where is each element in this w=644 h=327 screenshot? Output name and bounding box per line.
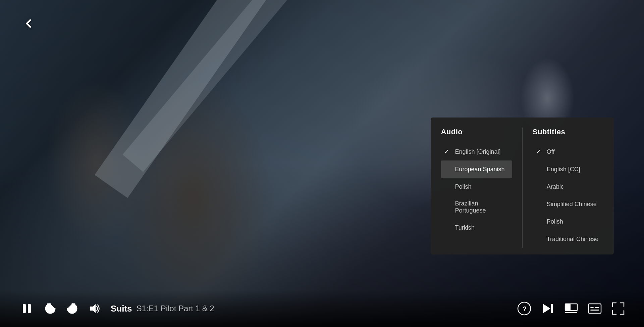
audio-item-2[interactable]: ✓ Polish (441, 178, 512, 195)
svg-rect-8 (551, 304, 553, 313)
svg-text:10: 10 (48, 307, 52, 311)
episode-info: S1:E1 Pilot Part 1 & 2 (137, 304, 214, 313)
pause-button[interactable] (17, 298, 37, 319)
check-icon: ✓ (444, 148, 451, 155)
svg-rect-10 (565, 304, 571, 311)
svg-rect-11 (565, 312, 577, 313)
audio-item-0[interactable]: ✓ English [Original] (441, 143, 512, 160)
rewind-10-button[interactable]: 10 (40, 298, 60, 319)
subtitles-header: Subtitles (533, 128, 604, 136)
svg-rect-15 (590, 310, 599, 311)
forward-10-button[interactable]: 10 (62, 298, 82, 319)
subtitle-item-0[interactable]: ✓ Off (533, 143, 604, 160)
svg-text:?: ? (523, 305, 527, 313)
subtitle-item-label: Off (547, 148, 555, 155)
svg-marker-4 (90, 304, 96, 313)
fullscreen-button[interactable] (609, 299, 627, 318)
subtitle-item-label: Polish (547, 218, 563, 225)
subtitle-item-1[interactable]: ✓ English [CC] (533, 160, 604, 178)
check-icon: ✓ (536, 148, 543, 155)
subtitle-item-label: Arabic (547, 183, 564, 190)
audio-column: Audio ✓ English [Original] ✓ European Sp… (431, 128, 522, 248)
svg-rect-14 (595, 307, 599, 308)
subtitle-item-2[interactable]: ✓ Arabic (533, 178, 604, 195)
help-button[interactable]: ? (515, 299, 533, 318)
subtitle-item-3[interactable]: ✓ Simplified Chinese (533, 195, 604, 213)
controls-bar: 10 10 Suits S1:E1 Pilot Part 1 & 2 ? (0, 290, 644, 327)
audio-item-label: Polish (455, 183, 471, 190)
show-title: Suits (111, 303, 132, 314)
audio-item-3[interactable]: ✓ Brazilian Portuguese (441, 195, 512, 219)
audio-item-1[interactable]: ✓ European Spanish (441, 160, 512, 178)
title-area: Suits S1:E1 Pilot Part 1 & 2 (111, 303, 515, 314)
audio-item-4[interactable]: ✓ Turkish (441, 219, 512, 236)
back-button[interactable] (18, 13, 39, 34)
subtitle-item-5[interactable]: ✓ Traditional Chinese (533, 230, 604, 248)
audio-subtitles-panel: Audio ✓ English [Original] ✓ European Sp… (431, 118, 614, 254)
subtitle-item-label: Traditional Chinese (547, 236, 598, 243)
subtitles-column: Subtitles ✓ Off ✓ English [CC] ✓ Arabic … (523, 128, 614, 248)
subtitle-items-list: ✓ Off ✓ English [CC] ✓ Arabic ✓ Simplifi… (533, 143, 604, 248)
subtitles-button[interactable] (585, 299, 604, 318)
audio-item-label: Brazilian Portuguese (455, 200, 508, 214)
svg-rect-1 (28, 304, 31, 313)
svg-rect-0 (23, 304, 26, 313)
audio-item-label: English [Original] (455, 148, 500, 155)
audio-header: Audio (441, 128, 512, 136)
subtitle-item-label: English [CC] (547, 166, 580, 173)
svg-text:10: 10 (69, 307, 73, 311)
audio-items-list: ✓ English [Original] ✓ European Spanish … (441, 143, 512, 236)
subtitle-item-label: Simplified Chinese (547, 201, 597, 208)
audio-item-label: European Spanish (455, 166, 504, 173)
right-controls: ? (515, 299, 627, 318)
subtitle-item-4[interactable]: ✓ Polish (533, 213, 604, 230)
next-episode-button[interactable] (538, 299, 557, 318)
svg-marker-7 (543, 304, 550, 313)
audio-item-label: Turkish (455, 224, 474, 231)
svg-rect-13 (590, 307, 594, 308)
volume-button[interactable] (84, 298, 104, 319)
episodes-button[interactable] (562, 299, 580, 318)
svg-rect-12 (588, 304, 601, 313)
